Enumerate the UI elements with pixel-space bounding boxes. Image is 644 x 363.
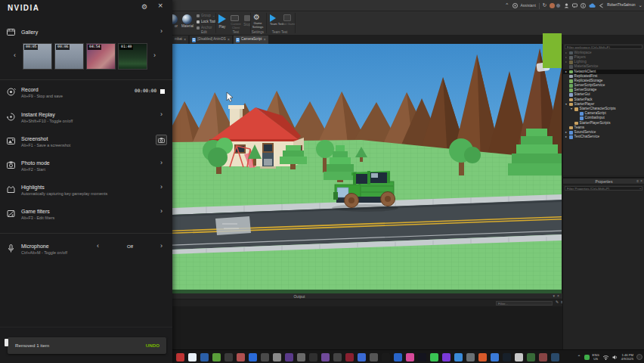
avatar[interactable] (550, 3, 555, 8)
taskbar-app-icon-20[interactable] (406, 353, 414, 361)
close-icon[interactable]: × (264, 38, 266, 42)
tab-combat[interactable]: mbat× (172, 36, 188, 44)
exit-game-icon[interactable] (283, 14, 291, 21)
taskbar-app-icon-10[interactable] (285, 353, 293, 361)
taskbar-app-icon-7[interactable] (249, 353, 257, 361)
taskbar-app-icon-22[interactable] (430, 353, 438, 361)
taskbar-app-icon-9[interactable] (273, 353, 281, 361)
taskbar-app-icon-30[interactable] (527, 353, 535, 361)
notification-center-icon[interactable] (636, 354, 642, 360)
taskbar-app-icon-27[interactable] (491, 353, 499, 361)
cloud-icon[interactable] (589, 3, 596, 8)
people-icon[interactable] (564, 3, 569, 8)
close-icon[interactable]: × (228, 38, 230, 42)
chat-icon[interactable] (572, 3, 577, 8)
assistant-label[interactable]: Assistant (521, 4, 536, 8)
taskbar-app-icon-15[interactable] (345, 353, 354, 361)
play-button[interactable] (218, 14, 226, 23)
chevron-right-icon[interactable]: › (160, 111, 163, 118)
tab-disabled-animds[interactable]: [Disabled] AnimDS× (190, 36, 232, 44)
material-tool-icon[interactable] (182, 14, 192, 24)
microphone-row[interactable]: Microphone ‹ Off › Ctrl+Alt+M - Toggle o… (0, 242, 172, 262)
chevron-down-icon[interactable]: ⌄ (639, 3, 642, 8)
team-test-button[interactable] (270, 14, 276, 22)
gear-icon[interactable]: ⚙ (141, 4, 147, 11)
group-button[interactable]: Group⌄ (197, 14, 215, 18)
tab-camerascript[interactable]: CameraScript× (234, 36, 268, 44)
highlights-row[interactable]: Highlights › Automatically capturing key… (0, 183, 172, 203)
taskbar-app-icon-2[interactable] (188, 353, 197, 361)
taskbar-app-icon-4[interactable] (212, 353, 221, 361)
taskbar-app-icon-24[interactable] (454, 353, 463, 361)
wifi-icon[interactable] (602, 355, 609, 360)
take-screenshot-button[interactable] (156, 135, 167, 145)
instant-replay-row[interactable]: Instant Replay › Alt+Shift+F10 - Toggle … (0, 110, 172, 130)
taskbar-app-icon-11[interactable] (297, 353, 305, 361)
taskbar-app-icon-14[interactable] (333, 353, 342, 361)
close-icon[interactable]: × (640, 179, 642, 183)
taskbar-app-icon-21[interactable] (418, 353, 426, 361)
taskbar-app-icon-8[interactable] (261, 353, 269, 361)
taskbar-app-icon-26[interactable] (478, 353, 487, 361)
taskbar-app-icon-32[interactable] (551, 353, 559, 361)
taskbar-app-icon-25[interactable] (466, 353, 475, 361)
taskbar-app-icon-12[interactable] (309, 353, 317, 361)
chevron-left-icon[interactable]: ‹ (97, 243, 99, 250)
taskbar-app-icon-29[interactable] (515, 353, 523, 361)
tray-expand-icon[interactable]: ⌃ (577, 355, 581, 359)
clear-output-icon[interactable]: ✎ (556, 300, 559, 304)
chevron-right-icon[interactable]: › (160, 28, 163, 35)
taskbar-app-icon-23[interactable] (442, 353, 450, 361)
taskbar-app-icon-31[interactable] (539, 353, 547, 361)
taskbar-app-icon-18[interactable] (382, 353, 390, 361)
stop-recording-button[interactable] (160, 89, 165, 94)
sync-icon[interactable]: ↻ (543, 3, 546, 8)
info-icon[interactable] (581, 3, 586, 8)
anchor-button[interactable]: Anchor (197, 26, 212, 30)
taskbar-app-icon-6[interactable] (237, 353, 245, 361)
stop-icon[interactable] (244, 15, 250, 21)
gallery-thumbnail[interactable]: 01:40 (118, 43, 147, 70)
taskbar-app-icon-1[interactable] (176, 353, 184, 361)
record-row[interactable]: Record 00:00:00 Alt+F9 - Stop and save (0, 85, 172, 105)
game-filters-row[interactable]: Game filters › Alt+F3 - Edit filters (0, 207, 172, 227)
avatar[interactable] (556, 3, 561, 8)
output-header[interactable]: Output ▾ × (172, 293, 562, 299)
undock-icon[interactable]: ≡ (636, 179, 639, 183)
viewport-3d-scene[interactable] (172, 44, 562, 293)
taskbar-app-icon-17[interactable] (370, 353, 378, 361)
gallery-thumbnail[interactable]: 04:54 (86, 43, 116, 70)
undock-icon[interactable]: ▾ (553, 294, 556, 298)
chevron-right-icon[interactable]: › (160, 208, 163, 215)
taskbar-app-icon-5[interactable] (224, 353, 233, 361)
output-filter-input[interactable]: Filter... (496, 301, 553, 306)
game-settings-icon[interactable]: ⚙ (253, 14, 260, 21)
chevron-up-icon[interactable]: ⌃ (505, 3, 509, 8)
tray-app-icon[interactable] (584, 355, 590, 360)
volume-icon[interactable] (612, 355, 618, 360)
gallery-label[interactable]: Gallery (21, 29, 38, 35)
chevron-right-icon[interactable]: › (153, 52, 156, 59)
lock-tool-button[interactable]: Lock Tool⌄ (197, 20, 220, 24)
undo-button[interactable]: UNDO (146, 343, 159, 348)
viewport[interactable] (172, 44, 562, 293)
explorer-filter-input[interactable]: Filter workspace (Ctrl+Shift+F) (565, 45, 642, 49)
close-icon[interactable]: × (158, 2, 163, 10)
username[interactable]: RobertTheSalmon (607, 4, 635, 8)
language-indicator[interactable]: ENGUS (593, 353, 599, 361)
chevron-right-icon[interactable]: › (160, 243, 163, 250)
close-icon[interactable]: × (184, 38, 186, 42)
taskbar-app-icon-13[interactable] (321, 353, 330, 361)
explorer-item-TextChatService[interactable]: ▸TextChatService (563, 135, 644, 139)
explorer-item-MaterialService[interactable]: MaterialService (563, 65, 644, 70)
photo-mode-row[interactable]: Photo mode › Alt+F2 - Start (0, 159, 172, 178)
chevron-down-icon[interactable]: ⌄ (639, 187, 642, 191)
taskbar-app-icon-16[interactable] (358, 353, 366, 361)
clock[interactable]: 1:46 PM4/9/2025 (621, 353, 633, 361)
taskbar-app-icon-28[interactable] (503, 353, 511, 361)
properties-filter-input[interactable]: Filter Properties (Ctrl+Shift+P) (565, 186, 642, 191)
properties-header[interactable]: Properties ≡ × (563, 178, 644, 185)
taskbar-app-icon-19[interactable] (394, 353, 402, 361)
gallery-thumbnail[interactable]: 00:06 (54, 43, 84, 70)
current-client-icon[interactable] (231, 15, 239, 21)
